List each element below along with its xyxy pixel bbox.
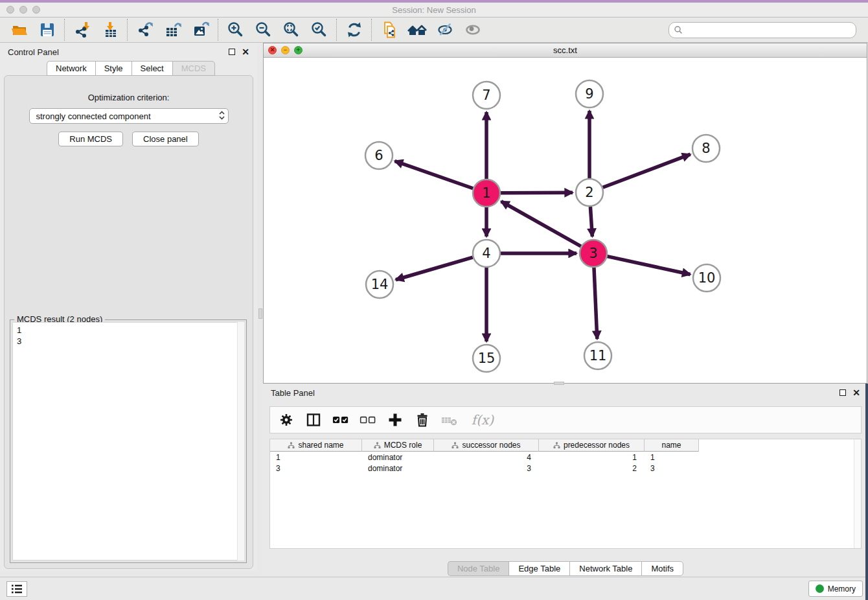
tab-style[interactable]: Style: [95, 61, 131, 76]
main-toolbar: [0, 17, 868, 43]
tab-motifs[interactable]: Motifs: [641, 561, 683, 576]
select-all-rows-button[interactable]: [332, 411, 349, 428]
export-image-button[interactable]: [187, 19, 214, 41]
show-all-button[interactable]: [459, 19, 486, 41]
apply-function-button[interactable]: f(x): [468, 411, 497, 428]
toolbar-separator: [127, 19, 128, 41]
graph-node-label-6: 6: [374, 148, 383, 163]
memory-status-icon: [816, 584, 824, 593]
tab-mcds[interactable]: MCDS: [172, 61, 215, 76]
open-folder-icon: [10, 20, 29, 40]
zoom-selected-button[interactable]: [305, 19, 333, 41]
search-input[interactable]: [683, 25, 851, 35]
tab-network[interactable]: Network: [47, 61, 95, 76]
graph-edge-3-11[interactable]: [594, 268, 597, 339]
close-panel-icon[interactable]: ✕: [242, 49, 249, 55]
table-row[interactable]: 3dominator323: [270, 463, 861, 474]
import-network-button[interactable]: [68, 19, 96, 41]
tab-select[interactable]: Select: [131, 61, 172, 76]
tab-network-table[interactable]: Network Table: [569, 561, 641, 576]
open-session-button[interactable]: [5, 19, 33, 41]
graph-edge-3-10[interactable]: [607, 257, 690, 275]
network-maximize-icon[interactable]: +: [294, 46, 303, 54]
table-cell[interactable]: 1: [270, 453, 362, 462]
graph-node-label-10: 10: [698, 270, 716, 286]
criterion-dropdown[interactable]: strongly connected component: [29, 108, 229, 124]
delete-rows-button[interactable]: [414, 411, 431, 428]
graph-node-label-8: 8: [702, 141, 710, 156]
run-mcds-button[interactable]: Run MCDS: [58, 132, 123, 146]
close-table-panel-icon[interactable]: ✕: [852, 389, 860, 396]
float-panel-icon[interactable]: [229, 49, 235, 55]
zoom-out-button[interactable]: [249, 19, 277, 41]
graph-node-label-3: 3: [589, 246, 597, 261]
table-cell[interactable]: 4: [434, 453, 539, 462]
export-table-icon: [163, 20, 183, 40]
table-cell[interactable]: dominator: [362, 453, 434, 462]
close-panel-button[interactable]: Close panel: [132, 132, 199, 146]
table-header-row: shared name MCDS role successor nodes pr…: [270, 439, 861, 452]
column-header-successor-nodes[interactable]: successor nodes: [434, 439, 539, 452]
network-close-icon[interactable]: ✕: [268, 46, 277, 54]
export-table-button[interactable]: [159, 19, 187, 41]
duplicate-network-button[interactable]: [375, 19, 403, 41]
memory-button[interactable]: Memory: [808, 581, 863, 597]
task-history-button[interactable]: [6, 581, 27, 597]
import-table-icon: [100, 20, 120, 40]
network-graph[interactable]: 7968124314101511: [264, 58, 867, 383]
hide-selected-button[interactable]: [431, 19, 459, 41]
table-cell[interactable]: dominator: [362, 464, 434, 473]
toolbar-separator: [371, 19, 372, 41]
table-cell[interactable]: 3: [270, 464, 362, 473]
tab-node-table[interactable]: Node Table: [448, 561, 509, 576]
graph-edge-3-1[interactable]: [501, 202, 581, 246]
toolbar-separator: [218, 19, 218, 41]
import-table-button[interactable]: [96, 19, 124, 41]
column-header-mcds-role[interactable]: MCDS role: [362, 439, 434, 452]
graph-edge-1-6[interactable]: [395, 161, 474, 189]
table-cell[interactable]: 3: [645, 464, 699, 473]
table-scrollbar[interactable]: [854, 439, 861, 548]
network-window-titlebar[interactable]: scc.txt ✕ − +: [264, 43, 867, 58]
graph-edge-2-8[interactable]: [603, 154, 691, 187]
node-table[interactable]: shared name MCDS role successor nodes pr…: [269, 439, 862, 549]
graph-node-label-9: 9: [585, 86, 593, 102]
column-header-shared-name[interactable]: shared name: [270, 439, 362, 452]
add-row-button[interactable]: [387, 411, 404, 428]
table-cell[interactable]: 2: [539, 464, 645, 473]
neighbors-button[interactable]: [403, 19, 431, 41]
column-header-predecessor-nodes[interactable]: predecessor nodes: [539, 439, 645, 452]
graph-node-label-14: 14: [371, 277, 389, 292]
graph-edge-4-14[interactable]: [396, 257, 473, 280]
tab-edge-table[interactable]: Edge Table: [508, 561, 569, 576]
graph-node-label-15: 15: [478, 351, 496, 366]
horizontal-splitter-handle[interactable]: [554, 382, 564, 385]
vertical-splitter-handle[interactable]: [258, 308, 262, 319]
save-session-button[interactable]: [33, 19, 61, 41]
zoom-fit-button[interactable]: [277, 19, 305, 41]
table-cell[interactable]: 1: [539, 453, 645, 462]
table-cell[interactable]: 1: [645, 453, 699, 462]
graph-node-label-7: 7: [482, 87, 490, 103]
trash-icon: [415, 412, 430, 428]
float-table-panel-icon[interactable]: [839, 389, 846, 396]
mcds-result-text[interactable]: 1 3: [12, 322, 244, 560]
window-titlebar: Session: New Session: [0, 3, 868, 17]
graph-edge-1-2[interactable]: [501, 192, 573, 193]
deselect-all-rows-button[interactable]: [360, 411, 376, 428]
column-header-name[interactable]: name: [645, 439, 699, 452]
table-row[interactable]: 1dominator411: [270, 452, 861, 463]
network-minimize-icon[interactable]: −: [281, 46, 290, 54]
toggle-columns-button[interactable]: [305, 411, 322, 428]
network-canvas[interactable]: 7968124314101511: [264, 58, 867, 383]
refresh-icon: [345, 20, 364, 40]
table-settings-button[interactable]: [278, 411, 295, 428]
graph-edge-2-3[interactable]: [590, 207, 592, 237]
zoom-in-button[interactable]: [222, 19, 249, 41]
search-field[interactable]: [668, 22, 856, 38]
refresh-view-button[interactable]: [340, 19, 368, 41]
table-cell[interactable]: 3: [434, 464, 539, 473]
export-network-button[interactable]: [131, 19, 159, 41]
mcds-result-scrollbar[interactable]: [237, 322, 244, 560]
delete-table-button[interactable]: [441, 411, 458, 428]
